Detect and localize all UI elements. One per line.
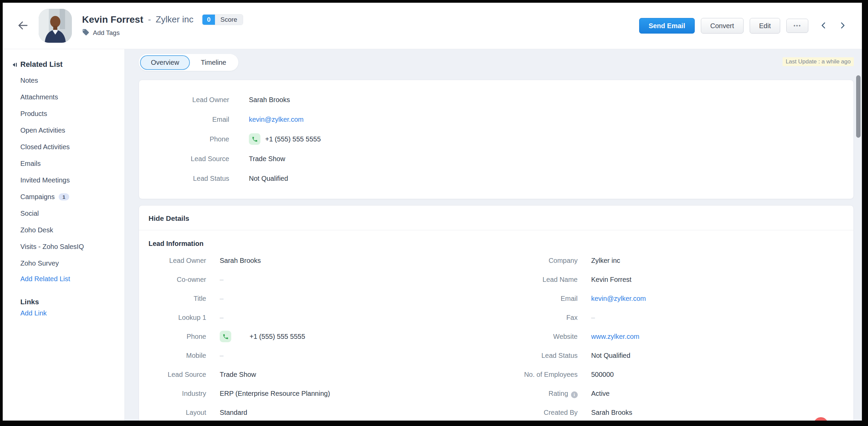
- email-link[interactable]: kevin@zylker.com: [591, 292, 646, 305]
- lead-status-value: Not Qualified: [249, 172, 288, 185]
- industry-value: ERP (Enterprise Resource Planning): [220, 387, 330, 400]
- field-row: Phone +1 (555) 555 5555: [139, 133, 853, 145]
- field-row: Email kevin@zylker.com: [139, 113, 853, 125]
- lead-source-value: Trade Show: [249, 153, 285, 165]
- chevron-right-icon: [838, 21, 847, 31]
- record-content: Overview Timeline Last Update : a while …: [125, 49, 862, 421]
- more-actions-button[interactable]: •••: [786, 19, 808, 33]
- add-tags-label: Add Tags: [93, 29, 120, 37]
- vertical-scrollbar-thumb[interactable]: [856, 75, 861, 138]
- rating-value: Active: [591, 387, 610, 400]
- related-list-sidebar: Related List Notes Attachments Products …: [3, 49, 125, 421]
- lead-owner-value: Sarah Brooks: [220, 254, 261, 267]
- edit-button[interactable]: Edit: [750, 18, 780, 34]
- phone-call-icon[interactable]: [220, 331, 231, 342]
- back-arrow-icon: [16, 19, 29, 33]
- add-link-link[interactable]: Add Link: [20, 309, 47, 317]
- phone-call-icon[interactable]: [249, 133, 260, 145]
- sidebar-item-visits-zoho-salesiq[interactable]: Visits - Zoho SalesIQ: [3, 238, 124, 255]
- score-badge[interactable]: 0 Score: [202, 14, 243, 25]
- field-label: Lead Status: [139, 172, 229, 185]
- next-record-button[interactable]: [838, 21, 847, 31]
- collapse-sidebar-icon[interactable]: [12, 61, 18, 70]
- sidebar-item-zoho-desk[interactable]: Zoho Desk: [3, 222, 124, 238]
- lead-status-value: Not Qualified: [591, 349, 631, 362]
- field-label: Email: [139, 113, 229, 125]
- phone-value[interactable]: +1 (555) 555 5555: [250, 330, 305, 343]
- website-link[interactable]: www.zylker.com: [591, 330, 639, 343]
- score-value: 0: [202, 15, 215, 25]
- field-row: Lead Status Not Qualified: [496, 349, 844, 362]
- field-row: Fax –: [496, 311, 844, 324]
- sidebar-item-social[interactable]: Social: [3, 205, 124, 222]
- lead-information-grid: Lead Owner Sarah Brooks Co-owner – Title…: [139, 251, 853, 421]
- record-header: Kevin Forrest - Zylker inc 0 Score Add T…: [3, 3, 862, 49]
- mobile-value: –: [220, 349, 223, 362]
- field-row: Lead Source Trade Show: [149, 368, 496, 381]
- previous-record-button[interactable]: [819, 21, 828, 31]
- field-row: Phone +1 (555) 555 5555: [149, 330, 496, 343]
- sidebar-item-closed-activities[interactable]: Closed Activities: [3, 139, 124, 155]
- fax-value: –: [591, 311, 595, 324]
- title-value: –: [220, 292, 223, 305]
- lead-name-value: Kevin Forrest: [591, 273, 632, 286]
- field-label: Phone: [139, 133, 229, 145]
- tag-icon: [82, 28, 90, 38]
- tab-overview[interactable]: Overview: [140, 55, 190, 70]
- lead-information-title: Lead Information: [139, 230, 853, 251]
- record-nav: [819, 21, 847, 31]
- last-update-label: Last Update : a while ago: [783, 57, 854, 66]
- related-list-title: Related List: [20, 60, 63, 69]
- sidebar-item-products[interactable]: Products: [3, 105, 124, 122]
- add-tags-button[interactable]: Add Tags: [82, 28, 243, 38]
- field-row: Mobile –: [149, 349, 496, 362]
- header-actions: Send Email Convert Edit •••: [639, 18, 847, 34]
- field-row: Layout Standard: [149, 406, 496, 419]
- details-card: Hide Details Lead Information Lead Owner…: [139, 205, 854, 421]
- field-row: Lookup 1 –: [149, 311, 496, 324]
- co-owner-value: –: [220, 273, 223, 286]
- title-separator: -: [148, 14, 151, 25]
- sidebar-item-attachments[interactable]: Attachments: [3, 89, 124, 105]
- field-row: Lead Owner Sarah Brooks: [149, 254, 496, 267]
- layout-value: Standard: [220, 406, 247, 419]
- field-row: Created By Sarah Brooks: [496, 406, 844, 419]
- related-list-items: Notes Attachments Products Open Activiti…: [3, 72, 124, 272]
- sidebar-item-notes[interactable]: Notes: [3, 72, 124, 89]
- fields-column-left: Lead Owner Sarah Brooks Co-owner – Title…: [149, 254, 496, 421]
- field-row: Industry ERP (Enterprise Resource Planni…: [149, 387, 496, 400]
- phone-value[interactable]: +1 (555) 555 5555: [265, 133, 321, 145]
- sidebar-item-campaigns[interactable]: Campaigns 1: [3, 189, 124, 205]
- field-row: Website www.zylker.com: [496, 330, 844, 343]
- back-button[interactable]: [16, 19, 29, 33]
- campaigns-count-badge: 1: [59, 193, 69, 200]
- field-row: Rating i Active: [496, 387, 844, 400]
- view-tabs: Overview Timeline: [139, 54, 238, 71]
- quick-details-card: Lead Owner Sarah Brooks Email kevin@zylk…: [139, 80, 854, 199]
- sidebar-item-zoho-survey[interactable]: Zoho Survey: [3, 255, 124, 272]
- info-icon[interactable]: i: [571, 391, 578, 398]
- add-related-list-link[interactable]: Add Related List: [20, 275, 70, 283]
- avatar[interactable]: [39, 9, 72, 43]
- links-section-title: Links: [20, 298, 124, 306]
- sidebar-item-emails[interactable]: Emails: [3, 155, 124, 172]
- send-email-button[interactable]: Send Email: [639, 18, 695, 34]
- field-row: Title –: [149, 292, 496, 305]
- field-row: Company Zylker inc: [496, 254, 844, 267]
- tab-timeline[interactable]: Timeline: [190, 55, 237, 70]
- field-label: Lead Owner: [139, 94, 229, 106]
- sidebar-item-open-activities[interactable]: Open Activities: [3, 122, 124, 139]
- company-value: Zylker inc: [591, 254, 620, 267]
- convert-button[interactable]: Convert: [701, 18, 744, 34]
- related-list-header: Related List: [3, 60, 124, 69]
- score-label: Score: [215, 15, 243, 25]
- fields-column-right: Company Zylker inc Lead Name Kevin Forre…: [496, 254, 844, 421]
- lookup1-value: –: [220, 311, 223, 324]
- field-row: Lead Status Not Qualified: [139, 172, 853, 185]
- field-row: Lead Name Kevin Forrest: [496, 273, 844, 286]
- sidebar-item-invited-meetings[interactable]: Invited Meetings: [3, 172, 124, 189]
- email-link[interactable]: kevin@zylker.com: [249, 113, 303, 125]
- field-row: Email kevin@zylker.com: [496, 292, 844, 305]
- hide-details-toggle[interactable]: Hide Details: [139, 206, 853, 230]
- title-block: Kevin Forrest - Zylker inc 0 Score Add T…: [82, 14, 243, 38]
